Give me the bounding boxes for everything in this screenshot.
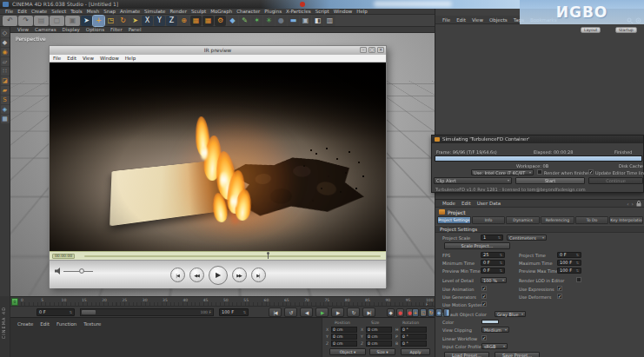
live-selection-icon[interactable]: ➤ <box>81 16 92 26</box>
render-settings-icon[interactable]: ⚙ <box>215 16 226 26</box>
menu-item[interactable]: Script <box>315 9 329 14</box>
section-header[interactable]: Project Settings <box>435 225 644 233</box>
maximize-icon[interactable]: ▢ <box>368 47 375 53</box>
forward-icon[interactable]: › <box>632 201 634 207</box>
ir-menu-item[interactable]: Window <box>100 56 119 61</box>
simulation-icon[interactable]: ✳ <box>263 16 275 26</box>
viewport-menu-item[interactable]: Display <box>63 27 80 32</box>
menu-item[interactable]: Snap <box>103 9 116 14</box>
attribute-tab[interactable]: Info <box>472 216 506 224</box>
workplane-icon[interactable]: ▦ <box>1 115 10 123</box>
use-animation-checkbox[interactable] <box>481 286 487 291</box>
points-mode-icon[interactable]: ∷ <box>1 67 10 76</box>
render-lod-checkbox[interactable] <box>576 277 581 282</box>
scale-project-button[interactable]: Scale Project... <box>444 242 510 249</box>
timeline-ruler[interactable]: 0 05101520253035404550556065707580859095… <box>10 297 435 307</box>
input-color-profile-dropdown[interactable]: sRGB▾ <box>481 343 508 349</box>
pos-y-field[interactable]: 0 cm <box>331 334 357 340</box>
history-icon[interactable]: ▤ <box>34 16 49 26</box>
viewport-menu-item[interactable]: View <box>17 27 29 32</box>
skip-start-button[interactable]: |◀ <box>170 268 185 282</box>
spline-pen-icon[interactable]: ✎ <box>239 16 250 26</box>
menu-item[interactable]: Create <box>31 9 47 14</box>
texture-axis-icon[interactable]: S <box>1 96 10 104</box>
menu-item[interactable]: Plugins <box>264 9 282 14</box>
workplane-mode-icon[interactable]: ▱ <box>1 57 10 66</box>
project-scale-field[interactable]: 1⇅ <box>481 235 503 241</box>
tfd-simulation-window[interactable]: Simulating 'TurbulenceFD Container' Fram… <box>431 135 644 193</box>
back-icon[interactable]: ‹ <box>627 201 628 207</box>
attribute-tab[interactable]: Project Settings <box>437 216 471 224</box>
objects-menu-item[interactable]: View <box>472 17 483 23</box>
key-parameter-toggle[interactable]: ◆ <box>435 308 442 317</box>
menu-item[interactable]: Simulate <box>144 9 165 14</box>
scale-tool-icon[interactable]: ◳ <box>105 16 116 26</box>
floor-icon[interactable]: ▬ <box>288 16 299 26</box>
record-keyframe-button[interactable]: ◆ <box>387 308 395 317</box>
material-menu-item[interactable]: Function <box>56 321 76 327</box>
add-cube-icon[interactable]: ◆ <box>227 16 238 26</box>
loop-button[interactable]: ↻ <box>347 307 360 317</box>
prev-frame-button[interactable]: ◀ <box>300 307 313 317</box>
seek-bar[interactable]: 00:00:00 <box>50 251 386 260</box>
forward-button[interactable]: ▶▶ <box>232 268 247 282</box>
last-tool-icon[interactable]: ➤ <box>129 16 141 26</box>
render-picture-viewer-icon[interactable]: ▦ <box>202 16 214 26</box>
save-preset-button[interactable]: Save Preset... <box>495 352 540 357</box>
layout-icon[interactable]: ▥ <box>324 16 335 26</box>
menu-item[interactable]: Window <box>334 9 353 14</box>
edges-mode-icon[interactable]: ◪ <box>1 76 10 85</box>
snap-icon[interactable]: ◈ <box>1 105 10 114</box>
mograph-icon[interactable]: ✶ <box>251 16 262 26</box>
start-button[interactable]: Start <box>515 177 585 184</box>
ir-menu-item[interactable]: Help <box>125 56 136 61</box>
display-icon[interactable]: ◧ <box>312 16 323 26</box>
fps-field[interactable]: 25⇅ <box>481 252 505 258</box>
attribute-tab[interactable]: To Do <box>575 216 609 224</box>
goto-start-button[interactable]: |◀ <box>269 307 282 317</box>
size-x-field[interactable]: 0 cm <box>366 327 392 333</box>
ir-preview-window[interactable]: IR preview –▢✕ FileEditViewWindowHelp <box>49 45 387 288</box>
rotate-tool-icon[interactable]: ↻ <box>117 16 129 26</box>
use-generators-checkbox[interactable] <box>481 294 487 299</box>
key-rotation-toggle[interactable]: ↻ <box>428 308 435 317</box>
load-preset-button[interactable]: Load Preset... <box>444 352 489 357</box>
viewport-label[interactable]: Perspective <box>16 36 46 42</box>
play-button[interactable]: ▶ <box>315 307 329 317</box>
scrubber-handle[interactable] <box>82 310 96 314</box>
autokey-button[interactable]: ● <box>396 308 404 317</box>
attributes-menu-item[interactable]: User Data <box>477 201 501 206</box>
tfd-title-bar[interactable]: Simulating 'TurbulenceFD Container' <box>432 136 643 143</box>
move-tool-icon[interactable]: + <box>93 16 104 26</box>
menu-item[interactable]: Mesh <box>87 9 99 14</box>
render-when-finished-checkbox[interactable] <box>537 169 542 175</box>
menu-item[interactable]: Render <box>169 9 187 14</box>
coord-system-icon[interactable]: ⊕ <box>178 16 189 26</box>
pos-x-field[interactable]: 0 cm <box>331 327 357 333</box>
make-editable-icon[interactable]: ◇ <box>1 29 10 37</box>
view-clipping-dropdown[interactable]: Medium▾ <box>481 327 509 333</box>
next-frame-button[interactable]: ▶ <box>331 307 344 317</box>
default-object-color-dropdown[interactable]: Gray Blue▾ <box>495 311 526 317</box>
seek-track[interactable] <box>84 255 381 257</box>
clip-alert-dropdown[interactable]: Clip Alert▾ <box>434 177 512 184</box>
redo-icon[interactable]: ↷ <box>18 16 33 26</box>
environment-icon[interactable]: ● <box>276 16 287 26</box>
ir-menu-item[interactable]: Edit <box>67 56 76 61</box>
selected-object-row[interactable]: Project <box>435 208 644 216</box>
rewind-button[interactable]: ◀◀ <box>189 268 204 282</box>
attribute-tab[interactable]: Dynamics <box>506 216 540 224</box>
color-swatch[interactable] <box>481 320 499 324</box>
viewport[interactable]: ViewCamerasDisplayOptionsFilterPanel Per… <box>10 27 435 296</box>
timeline-playhead[interactable]: 0 <box>11 298 18 306</box>
render-view-icon[interactable]: ▦ <box>190 16 202 26</box>
menu-item[interactable]: Select <box>51 9 66 14</box>
preview-max-field[interactable]: 100 F⇅ <box>557 268 581 274</box>
skip-end-button[interactable]: ▶| <box>251 268 266 282</box>
lod-dropdown[interactable]: 100 %▾ <box>481 277 507 283</box>
attributes-menu-item[interactable]: Edit <box>461 201 471 206</box>
ir-menu-item[interactable]: View <box>83 56 94 61</box>
timeline-scrubber[interactable]: 100 F <box>80 308 214 316</box>
apply-button[interactable]: Apply <box>401 348 430 355</box>
menu-item[interactable]: Character <box>236 9 260 14</box>
